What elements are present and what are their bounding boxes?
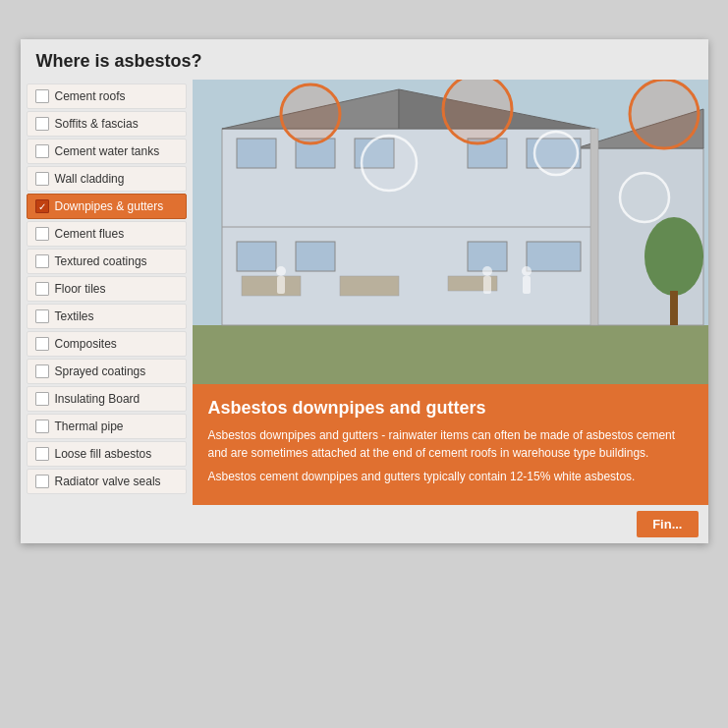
info-title: Asbestos downpipes and gutters — [208, 398, 693, 419]
sidebar: Cement roofsSoffits & fasciasCement wate… — [21, 80, 193, 543]
main-content: Cement roofsSoffits & fasciasCement wate… — [21, 80, 708, 543]
sidebar-item-label: Textured coatings — [55, 254, 147, 268]
sidebar-item-textured-coatings[interactable]: Textured coatings — [27, 249, 187, 274]
info-panel: Asbestos downpipes and gutters Asbestos … — [193, 384, 708, 505]
svg-rect-25 — [523, 276, 531, 294]
sidebar-item-sprayed-coatings[interactable]: Sprayed coatings — [27, 359, 187, 384]
svg-rect-14 — [296, 242, 335, 271]
bottom-bar: Fin... — [193, 505, 708, 543]
svg-point-24 — [522, 266, 532, 276]
sidebar-item-label: Soffits & fascias — [55, 117, 139, 131]
sidebar-item-label: Loose fill asbestos — [55, 447, 152, 461]
sidebar-item-label: Cement roofs — [55, 89, 126, 103]
sidebar-item-textiles[interactable]: Textiles — [27, 304, 187, 329]
sidebar-item-label: Insulating Board — [55, 392, 140, 406]
sidebar-item-wall-cladding[interactable]: Wall cladding — [27, 166, 187, 192]
svg-point-27 — [644, 217, 703, 296]
checkbox-icon — [35, 447, 49, 461]
svg-rect-13 — [237, 242, 276, 271]
checkbox-icon: ✓ — [35, 199, 49, 213]
sidebar-item-radiator-valve-seals[interactable]: Radiator valve seals — [27, 469, 187, 494]
checkbox-icon — [35, 309, 49, 323]
sidebar-item-cement-water-tanks[interactable]: Cement water tanks — [27, 139, 187, 164]
sidebar-item-cement-roofs[interactable]: Cement roofs — [27, 84, 187, 109]
sidebar-item-label: Floor tiles — [55, 282, 106, 296]
building-illustration — [193, 80, 708, 384]
svg-rect-28 — [670, 291, 678, 325]
sidebar-item-label: Downpipes & gutters — [55, 199, 164, 213]
sidebar-item-cement-flues[interactable]: Cement flues — [27, 221, 187, 247]
sidebar-item-soffits-fascias[interactable]: Soffits & fascias — [27, 111, 187, 137]
page-title: Where is asbestos? — [21, 39, 708, 80]
sidebar-item-loose-fill-asbestos[interactable]: Loose fill asbestos — [27, 441, 187, 467]
checkbox-icon — [35, 254, 49, 268]
find-button[interactable]: Fin... — [637, 511, 698, 537]
svg-point-34 — [534, 132, 578, 175]
sidebar-item-floor-tiles[interactable]: Floor tiles — [27, 276, 187, 302]
svg-point-33 — [620, 173, 669, 222]
app-container: Where is asbestos? Cement roofsSoffits &… — [21, 39, 708, 543]
svg-point-32 — [362, 136, 417, 191]
svg-point-30 — [443, 80, 512, 143]
sidebar-item-downpipes-gutters[interactable]: ✓Downpipes & gutters — [27, 194, 187, 219]
checkbox-icon — [35, 364, 49, 378]
right-panel: Asbestos downpipes and gutters Asbestos … — [193, 80, 708, 543]
checkbox-icon — [35, 420, 49, 433]
sidebar-item-thermal-pipe[interactable]: Thermal pipe — [27, 414, 187, 439]
sidebar-item-label: Wall cladding — [55, 172, 125, 186]
svg-point-22 — [482, 266, 492, 276]
svg-rect-1 — [193, 325, 708, 384]
sidebar-item-label: Thermal pipe — [55, 420, 124, 433]
checkbox-icon — [35, 89, 49, 103]
info-paragraph-1: Asbestos downpipes and gutters - rainwat… — [208, 426, 693, 462]
checkbox-icon — [35, 144, 49, 158]
sidebar-item-label: Radiator valve seals — [55, 475, 161, 488]
checkbox-icon — [35, 117, 49, 131]
svg-rect-21 — [277, 276, 285, 294]
checkbox-icon — [35, 172, 49, 186]
svg-point-20 — [276, 266, 286, 276]
checkbox-icon — [35, 392, 49, 406]
svg-rect-18 — [340, 276, 399, 296]
sidebar-item-label: Cement flues — [55, 227, 125, 241]
sidebar-item-composites[interactable]: Composites — [27, 331, 187, 357]
sidebar-item-insulating-board[interactable]: Insulating Board — [27, 386, 187, 412]
sidebar-item-label: Sprayed coatings — [55, 364, 146, 378]
info-paragraph-2: Asbestos cement downpipes and gutters ty… — [208, 468, 693, 485]
checkbox-icon — [35, 282, 49, 296]
svg-rect-26 — [590, 129, 598, 325]
svg-point-31 — [630, 80, 699, 148]
svg-point-29 — [281, 84, 340, 143]
sidebar-item-label: Cement water tanks — [55, 144, 160, 158]
svg-rect-8 — [237, 139, 276, 168]
sidebar-item-label: Textiles — [55, 309, 94, 323]
svg-rect-23 — [483, 276, 491, 294]
checkbox-icon — [35, 337, 49, 351]
svg-rect-16 — [527, 242, 581, 271]
checkbox-icon — [35, 227, 49, 241]
svg-rect-17 — [242, 276, 301, 296]
checkbox-icon — [35, 475, 49, 488]
sidebar-item-label: Composites — [55, 337, 117, 351]
